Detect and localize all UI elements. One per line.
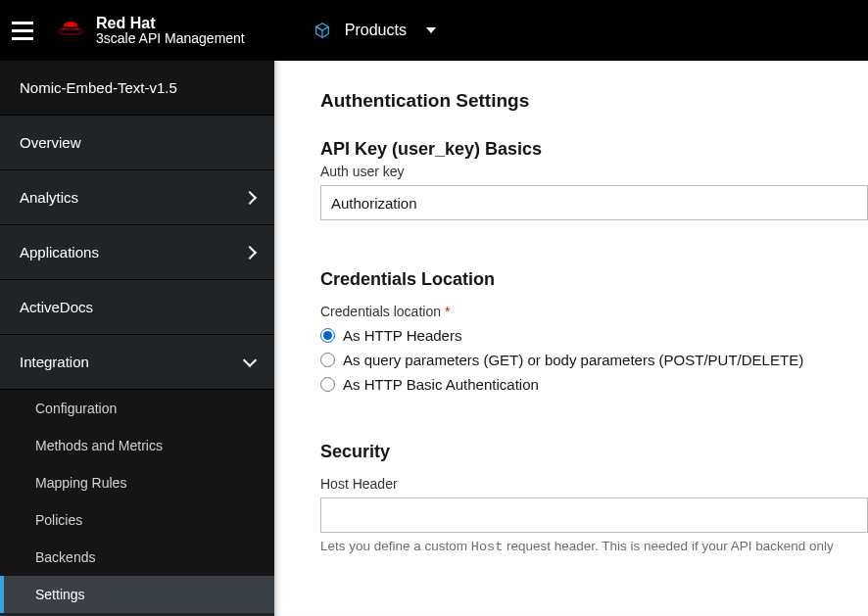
sidebar-item-label: Applications xyxy=(20,244,99,261)
sidebar-subitem-configuration[interactable]: Configuration xyxy=(0,390,274,427)
brand-name-top: Red Hat xyxy=(96,15,245,32)
radio-http-headers-input[interactable] xyxy=(320,328,335,343)
sidebar-subitem-settings[interactable]: Settings xyxy=(0,576,274,613)
chevron-down-icon xyxy=(243,353,257,366)
radio-basic-auth-input[interactable] xyxy=(320,377,335,392)
security-title: Security xyxy=(320,442,868,462)
help-text-suffix: request header. This is needed if your A… xyxy=(503,539,833,553)
required-asterisk: * xyxy=(445,304,450,319)
sidebar: Nomic-Embed-Text-v1.5 Overview Analytics… xyxy=(0,61,274,616)
credentials-location-section: Credentials Location Credentials locatio… xyxy=(320,269,868,393)
sidebar-subitem-mapping[interactable]: Mapping Rules xyxy=(0,464,274,501)
sidebar-subitem-policies[interactable]: Policies xyxy=(0,501,274,539)
host-header-label: Host Header xyxy=(320,476,868,492)
chevron-right-icon xyxy=(243,190,257,204)
radio-basic-auth[interactable]: As HTTP Basic Authentication xyxy=(320,376,868,393)
sidebar-subitem-label: Policies xyxy=(35,512,82,528)
products-cube-icon xyxy=(313,22,331,39)
sidebar-subitem-label: Mapping Rules xyxy=(35,475,126,491)
sidebar-subitem-label: Methods and Metrics xyxy=(35,438,163,453)
sidebar-item-overview[interactable]: Overview xyxy=(0,116,274,170)
help-text-prefix: Lets you define a custom xyxy=(320,539,471,553)
help-code: Host xyxy=(471,540,503,554)
context-switcher-label: Products xyxy=(345,22,407,39)
sidebar-integration-submenu: Configuration Methods and Metrics Mappin… xyxy=(0,390,274,613)
sidebar-item-activedocs[interactable]: ActiveDocs xyxy=(0,280,274,335)
radio-label: As HTTP Basic Authentication xyxy=(343,376,539,393)
menu-toggle-button[interactable] xyxy=(12,15,43,46)
page-title: Authentication Settings xyxy=(320,90,868,112)
sidebar-item-analytics[interactable]: Analytics xyxy=(0,170,274,225)
radio-query-body-input[interactable] xyxy=(320,353,335,367)
brand-logo: Red Hat 3scale API Management xyxy=(57,15,245,47)
brand-name-bottom: 3scale API Management xyxy=(96,31,245,46)
api-key-basics-title: API Key (user_key) Basics xyxy=(320,139,868,160)
host-header-input[interactable] xyxy=(320,498,868,533)
context-switcher[interactable]: Products xyxy=(313,22,436,39)
host-header-help: Lets you define a custom Host request he… xyxy=(320,539,868,554)
redhat-fedora-icon xyxy=(57,18,84,35)
sidebar-item-label: Overview xyxy=(20,134,81,151)
sidebar-product-title: Nomic-Embed-Text-v1.5 xyxy=(0,61,274,116)
sidebar-item-applications[interactable]: Applications xyxy=(0,225,274,280)
product-title-label: Nomic-Embed-Text-v1.5 xyxy=(20,79,177,96)
radio-label: As HTTP Headers xyxy=(343,327,461,344)
sidebar-subitem-label: Backends xyxy=(35,549,95,565)
sidebar-item-integration[interactable]: Integration xyxy=(0,335,274,390)
security-section: Security Host Header Lets you define a c… xyxy=(320,442,868,554)
radio-label: As query parameters (GET) or body parame… xyxy=(343,352,803,368)
radio-http-headers[interactable]: As HTTP Headers xyxy=(320,327,868,344)
chevron-right-icon xyxy=(243,245,257,259)
sidebar-item-label: Integration xyxy=(20,354,89,370)
credentials-location-title: Credentials Location xyxy=(320,269,868,290)
auth-user-key-input[interactable] xyxy=(320,185,868,220)
auth-user-key-label: Auth user key xyxy=(320,164,868,179)
sidebar-subitem-methods[interactable]: Methods and Metrics xyxy=(0,427,274,464)
sidebar-item-label: ActiveDocs xyxy=(20,299,93,315)
main-content: Authentication Settings API Key (user_ke… xyxy=(274,61,868,616)
api-key-basics-section: API Key (user_key) Basics Auth user key xyxy=(320,139,868,220)
sidebar-item-label: Analytics xyxy=(20,189,78,206)
sidebar-subitem-label: Configuration xyxy=(35,401,117,416)
sidebar-subitem-backends[interactable]: Backends xyxy=(0,539,274,576)
masthead: Red Hat 3scale API Management Products xyxy=(0,0,868,61)
radio-query-body[interactable]: As query parameters (GET) or body parame… xyxy=(320,352,868,368)
sidebar-subitem-label: Settings xyxy=(35,587,85,602)
credentials-location-label: Credentials location* xyxy=(320,304,868,319)
caret-down-icon xyxy=(426,27,436,33)
credentials-location-label-text: Credentials location xyxy=(320,304,441,319)
